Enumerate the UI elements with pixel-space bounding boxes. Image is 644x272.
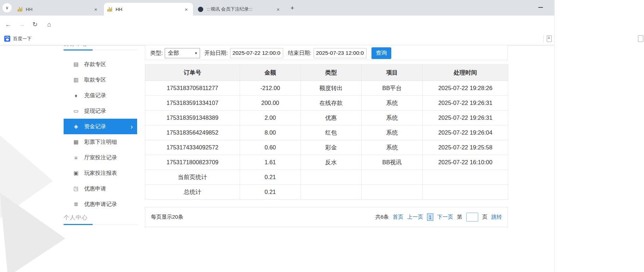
deposit-card-icon: ▤	[72, 61, 80, 67]
table-row: 1753174334092572 0.60 彩金 系统 2025-07-22 1…	[145, 140, 508, 155]
promo-apply-icon: ◳	[72, 185, 80, 192]
tab-title: HH	[116, 7, 183, 12]
chevron-down-icon: ∨	[6, 5, 9, 10]
current-page-badge[interactable]: 1	[427, 213, 433, 221]
cell-amount: 2.00	[240, 111, 301, 125]
reload-button[interactable]: ↻	[30, 20, 40, 29]
cell-order: 1753183591334107	[145, 96, 240, 111]
table-row: 1753183591334107 200.00 在线存款 系统 2025-07-…	[145, 96, 508, 111]
section-underline	[64, 224, 93, 225]
records-table: 订单号 金额 类型 项目 处理时间 1753183705811277 -212.…	[145, 64, 508, 200]
cell-project: 系统	[362, 140, 423, 155]
sidebar-item-recharge-records[interactable]: ♦ 充值记录	[64, 88, 137, 103]
table-row: 1753183591348389 2.00 优惠 系统 2025-07-22 1…	[145, 111, 508, 125]
sidebar-section-finance: 财务中心	[64, 45, 88, 48]
total-count-text: 共6条	[375, 214, 389, 220]
tab-close-icon[interactable]: ×	[93, 6, 99, 12]
cell-amount: 8.00	[240, 125, 301, 140]
minimize-button[interactable]	[530, 0, 551, 15]
tab-close-icon[interactable]: ×	[183, 6, 189, 12]
start-date-input[interactable]	[230, 48, 283, 58]
cell-time	[423, 170, 508, 185]
tab-video-records[interactable]: :::视讯 会员下注纪录::: ×	[194, 3, 285, 16]
sidebar: 财务中心 ▤ 存款专区 ▥ 取款专区 ♦ 充值记录	[64, 45, 137, 272]
cell-amount: 0.60	[240, 140, 301, 155]
cell-order: 1753171800823709	[145, 155, 240, 170]
bookmarks-panel-icon[interactable]	[547, 35, 552, 42]
promo-apply-record-icon: ≣	[72, 201, 80, 207]
sidebar-item-funds-records[interactable]: ◈ 资金记录 ›	[64, 119, 137, 134]
sidebar-item-player-bet-report[interactable]: ▣ 玩家投注报表	[64, 165, 137, 181]
cell-type	[301, 185, 362, 200]
type-select[interactable]: 全部 ▾	[165, 48, 200, 58]
next-page-link[interactable]: 下一页	[437, 214, 453, 220]
type-select-value: 全部	[168, 49, 179, 57]
jump-label-post: 页	[482, 214, 487, 220]
cell-project: 系统	[362, 125, 423, 140]
sidebar-item-deposit-zone[interactable]: ▤ 存款专区	[64, 57, 137, 72]
cell-order: 1753174334092572	[145, 140, 240, 155]
withdraw-cash-icon: ▥	[72, 77, 80, 83]
forward-button[interactable]: →	[17, 20, 26, 29]
dropdown-arrow-icon: ▾	[195, 51, 197, 55]
cell-time: 2025-07-22 19:28:26	[423, 81, 508, 96]
cell-time: 2025-07-22 16:10:00	[423, 155, 508, 170]
tab-close-icon[interactable]: ×	[275, 6, 281, 12]
sidebar-item-promo-apply[interactable]: ◳ 优惠申请	[64, 181, 137, 196]
sidebar-item-hall-bet-records[interactable]: ≡ 厅室投注记录	[64, 150, 137, 165]
home-button[interactable]: ⌂	[45, 20, 54, 29]
hh-favicon	[107, 7, 112, 12]
cell-order: 1753183564249852	[145, 125, 240, 140]
tab-strip: ∨ HH × HH × :::视讯 会员下注纪录::: × +	[0, 0, 554, 16]
site-favicon	[198, 7, 203, 12]
bookmarks-separator	[543, 35, 544, 42]
cell-order: 1753183705811277	[145, 81, 240, 96]
sidebar-item-lottery-bet-details[interactable]: ▦ 彩票下注明细	[64, 134, 137, 150]
baidu-favicon	[4, 36, 10, 42]
cell-time: 2025-07-22 19:25:58	[423, 140, 508, 155]
tab-hh-2-active[interactable]: HH ×	[104, 3, 193, 16]
cell-type: 反水	[301, 155, 362, 170]
sidebar-item-label: 存款专区	[84, 61, 106, 68]
page-jump-input[interactable]	[466, 213, 478, 221]
query-button[interactable]: 查询	[371, 47, 391, 59]
col-header-order: 订单号	[145, 65, 240, 81]
cell-project	[362, 185, 423, 200]
back-button[interactable]: ←	[4, 20, 13, 29]
hh-favicon	[18, 7, 22, 12]
sidebar-item-promo-apply-records[interactable]: ≣ 优惠申请记录	[64, 196, 137, 212]
pagination-bar: 每页显示20条 共6条 首页 上一页 1 下一页 第 页 跳转	[145, 207, 508, 227]
end-date-input[interactable]	[314, 48, 367, 58]
sidebar-item-label: 优惠申请记录	[84, 201, 117, 208]
browser-toolbar: ← → ↻ ⌂ mgm1065.com/hhcp/usercenter.html…	[0, 16, 554, 32]
cell-project: 系统	[362, 111, 423, 125]
cell-project	[362, 170, 423, 185]
cell-amount: 0.21	[240, 170, 301, 185]
new-tab-button[interactable]: +	[288, 4, 297, 13]
start-date-label: 开始日期:	[204, 49, 228, 57]
end-date-label: 结束日期:	[288, 49, 311, 57]
jump-link[interactable]: 跳转	[491, 214, 502, 220]
cell-project: BB视讯	[362, 155, 423, 170]
cell-time	[423, 185, 508, 200]
tab-hh-1[interactable]: HH ×	[14, 3, 103, 16]
cell-amount: -212.00	[240, 81, 301, 96]
cell-type: 额度转出	[301, 81, 362, 96]
page-content: 财务中心 ▤ 存款专区 ▥ 取款专区 ♦ 充值记录	[0, 45, 554, 272]
bookmarks-bar: 百度一下	[0, 32, 554, 45]
tab-search-button[interactable]: ∨	[2, 3, 12, 12]
cell-type: 红包	[301, 125, 362, 140]
screen: ∨ HH × HH × :::视讯 会员下注纪录::: × +	[0, 0, 644, 272]
funds-record-icon: ◈	[72, 123, 80, 130]
sidebar-menu: ▤ 存款专区 ▥ 取款专区 ♦ 充值记录 ▭ 提现记录	[64, 57, 137, 212]
cell-amount: 0.21	[240, 185, 301, 200]
tab-title: :::视讯 会员下注纪录:::	[207, 6, 275, 12]
bookmark-baidu[interactable]: 百度一下	[4, 36, 31, 42]
first-page-link[interactable]: 首页	[393, 214, 403, 220]
cell-time: 2025-07-22 19:26:31	[423, 96, 508, 111]
hall-bet-record-icon: ≡	[72, 155, 80, 161]
prev-page-link[interactable]: 上一页	[407, 214, 423, 220]
sidebar-item-label: 充值记录	[84, 92, 106, 99]
sidebar-item-withdrawal-records[interactable]: ▭ 提现记录	[64, 103, 137, 119]
sidebar-item-withdraw-zone[interactable]: ▥ 取款专区	[64, 72, 137, 88]
